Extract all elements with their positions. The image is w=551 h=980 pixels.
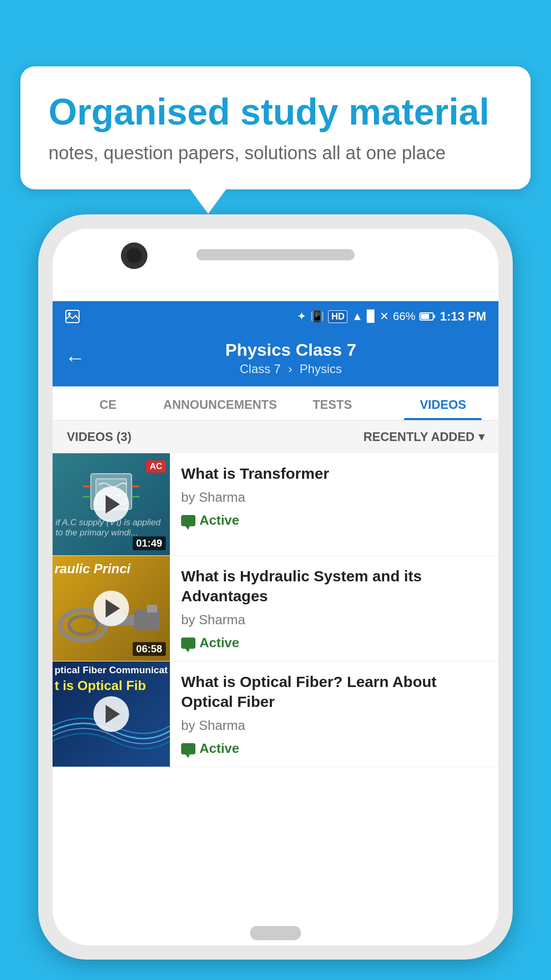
thumb-text-hydraulic: raulic Princi [55, 561, 168, 577]
image-icon [65, 309, 80, 324]
tab-tests[interactable]: TESTS [277, 386, 388, 420]
chat-icon-1 [181, 515, 195, 526]
video-item-2[interactable]: raulic Princi [53, 556, 498, 662]
video-item-1[interactable]: if A.C supply (V₁) is applied to the pri… [53, 453, 498, 556]
video-item-3[interactable]: ptical Fiber Communicati t is Optical Fi… [53, 662, 498, 767]
video-info-3: What is Optical Fiber? Learn About Optic… [170, 662, 498, 767]
play-triangle-1 [106, 495, 120, 513]
video-info-2: What is Hydraulic System and its Advanta… [170, 556, 498, 661]
speech-bubble-title: Organised study material [48, 92, 503, 132]
svg-rect-15 [147, 605, 157, 612]
status-left [65, 309, 80, 324]
chevron-down-icon: ▾ [479, 430, 484, 444]
video-author-3: by Sharma [181, 718, 487, 733]
phone-wrapper: ✦ 📳 HD ▲ ▉ ✕ 66% [38, 214, 513, 960]
status-time: 1:13 PM [440, 309, 486, 324]
video-count: VIDEOS (3) [67, 430, 132, 444]
x-icon: ✕ [380, 310, 389, 323]
video-info-1: What is Transformer by Sharma Active [170, 453, 498, 555]
breadcrumb-subject: Physics [299, 362, 342, 376]
filter-bar: VIDEOS (3) RECENTLY ADDED ▾ [53, 421, 498, 453]
status-right: ✦ 📳 HD ▲ ▉ ✕ 66% [297, 309, 486, 324]
play-button-3[interactable] [93, 696, 129, 732]
tab-announcements[interactable]: ANNOUNCEMENTS [163, 386, 277, 420]
tab-ce[interactable]: CE [53, 386, 163, 420]
vibrate-icon: 📳 [310, 310, 324, 323]
phone-outer: ✦ 📳 HD ▲ ▉ ✕ 66% [38, 214, 513, 960]
signal-icon: ▉ [367, 310, 375, 323]
back-button[interactable]: ← [65, 347, 85, 370]
speech-bubble: Organised study material notes, question… [20, 66, 531, 189]
video-author-1: by Sharma [181, 489, 487, 505]
video-thumb-3: ptical Fiber Communicati t is Optical Fi… [53, 662, 170, 767]
active-badge-1: Active [181, 512, 487, 528]
video-title-3: What is Optical Fiber? Learn About Optic… [181, 672, 487, 712]
play-button-1[interactable] [93, 486, 129, 522]
battery-icon [419, 312, 436, 321]
wifi-icon: ▲ [352, 310, 363, 323]
video-duration-2: 06:58 [133, 642, 166, 656]
tab-videos[interactable]: VIDEOS [388, 386, 498, 420]
top-bar: ← Physics Class 7 Class 7 › Physics [53, 332, 498, 386]
bluetooth-icon: ✦ [297, 310, 306, 323]
phone-screen: ✦ 📳 HD ▲ ▉ ✕ 66% [53, 229, 498, 945]
video-title-2: What is Hydraulic System and its Advanta… [181, 566, 487, 606]
play-button-2[interactable] [93, 591, 129, 626]
video-title-1: What is Transformer [181, 463, 487, 483]
svg-point-1 [68, 312, 71, 315]
breadcrumb: Class 7 › Physics [95, 362, 486, 376]
svg-rect-4 [434, 315, 435, 318]
battery-percentage: 66% [393, 310, 415, 323]
video-thumb-1: if A.C supply (V₁) is applied to the pri… [53, 453, 170, 555]
video-author-2: by Sharma [181, 612, 487, 628]
active-badge-3: Active [181, 741, 487, 756]
svg-point-12 [69, 616, 97, 634]
thumb-text-optical-top: ptical Fiber Communicati t is Optical Fi… [55, 665, 168, 694]
phone-speaker [196, 249, 355, 260]
video-duration-1: 01:49 [133, 536, 166, 550]
svg-rect-3 [421, 314, 429, 319]
svg-rect-0 [66, 310, 79, 323]
status-bar: ✦ 📳 HD ▲ ▉ ✕ 66% [53, 301, 498, 332]
video-thumb-2: raulic Princi [53, 556, 170, 661]
thumb-badge-1: AC [146, 460, 166, 473]
breadcrumb-class: Class 7 [240, 362, 281, 376]
active-badge-2: Active [181, 635, 487, 651]
speech-bubble-subtitle: notes, question papers, solutions all at… [48, 142, 503, 164]
page-title: Physics Class 7 [95, 340, 486, 360]
title-wrap: Physics Class 7 Class 7 › Physics [95, 340, 486, 376]
video-list: if A.C supply (V₁) is applied to the pri… [53, 453, 498, 767]
chat-icon-2 [181, 638, 195, 649]
play-triangle-2 [106, 599, 120, 618]
svg-rect-14 [134, 610, 160, 630]
chat-icon-3 [181, 743, 195, 754]
tabs-bar: CE ANNOUNCEMENTS TESTS VIDEOS [53, 386, 498, 421]
play-triangle-3 [106, 705, 120, 723]
sort-button[interactable]: RECENTLY ADDED ▾ [363, 430, 484, 444]
phone-camera [121, 242, 147, 269]
screen-content: ✦ 📳 HD ▲ ▉ ✕ 66% [53, 301, 498, 899]
phone-home-button[interactable] [250, 926, 301, 940]
hd-badge: HD [328, 310, 347, 323]
